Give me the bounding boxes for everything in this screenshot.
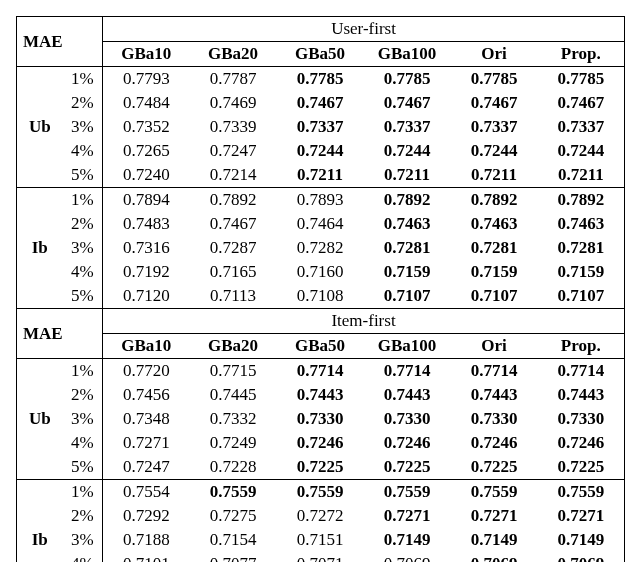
pct-label: 1% — [63, 480, 103, 505]
value-cell: 0.7246 — [538, 431, 625, 455]
value-cell: 0.7467 — [364, 91, 451, 115]
value-cell: 0.7715 — [190, 359, 277, 384]
value-cell: 0.7211 — [451, 163, 538, 188]
value-cell: 0.7463 — [451, 212, 538, 236]
value-cell: 0.7247 — [103, 455, 190, 480]
value-cell: 0.7330 — [364, 407, 451, 431]
col-header-gba50: GBa50 — [277, 42, 364, 67]
col-header-gba10: GBa10 — [103, 42, 190, 67]
value-cell: 0.7464 — [277, 212, 364, 236]
value-cell: 0.7714 — [538, 359, 625, 384]
value-cell: 0.7443 — [538, 383, 625, 407]
value-cell: 0.7714 — [277, 359, 364, 384]
value-cell: 0.7559 — [364, 480, 451, 505]
value-cell: 0.7559 — [538, 480, 625, 505]
mae-table: MAEUser-firstGBa10GBa20GBa50GBa100OriPro… — [16, 16, 625, 562]
value-cell: 0.7246 — [277, 431, 364, 455]
pct-label: 3% — [63, 407, 103, 431]
value-cell: 0.7337 — [451, 115, 538, 139]
value-cell: 0.7559 — [190, 480, 277, 505]
value-cell: 0.7330 — [277, 407, 364, 431]
pct-label: 1% — [63, 188, 103, 213]
pct-label: 2% — [63, 383, 103, 407]
value-cell: 0.7467 — [451, 91, 538, 115]
value-cell: 0.7443 — [364, 383, 451, 407]
value-cell: 0.7467 — [277, 91, 364, 115]
value-cell: 0.7071 — [277, 552, 364, 562]
value-cell: 0.7281 — [364, 236, 451, 260]
value-cell: 0.7785 — [277, 67, 364, 92]
value-cell: 0.7292 — [103, 504, 190, 528]
value-cell: 0.7892 — [538, 188, 625, 213]
value-cell: 0.7069 — [364, 552, 451, 562]
value-cell: 0.7228 — [190, 455, 277, 480]
value-cell: 0.7785 — [364, 67, 451, 92]
value-cell: 0.7069 — [451, 552, 538, 562]
mae-label: MAE — [17, 309, 103, 359]
value-cell: 0.7559 — [451, 480, 538, 505]
value-cell: 0.7225 — [538, 455, 625, 480]
pct-label: 3% — [63, 528, 103, 552]
value-cell: 0.7192 — [103, 260, 190, 284]
value-cell: 0.7244 — [451, 139, 538, 163]
value-cell: 0.7714 — [451, 359, 538, 384]
value-cell: 0.7244 — [538, 139, 625, 163]
value-cell: 0.7077 — [190, 552, 277, 562]
value-cell: 0.7787 — [190, 67, 277, 92]
value-cell: 0.7467 — [538, 91, 625, 115]
value-cell: 0.7211 — [538, 163, 625, 188]
col-header-gba20: GBa20 — [190, 42, 277, 67]
value-cell: 0.7149 — [451, 528, 538, 552]
value-cell: 0.7149 — [538, 528, 625, 552]
pct-label: 3% — [63, 115, 103, 139]
value-cell: 0.7281 — [538, 236, 625, 260]
value-cell: 0.7720 — [103, 359, 190, 384]
value-cell: 0.7892 — [364, 188, 451, 213]
col-header-ori: Ori — [451, 42, 538, 67]
value-cell: 0.7316 — [103, 236, 190, 260]
pct-label: 4% — [63, 139, 103, 163]
value-cell: 0.7225 — [364, 455, 451, 480]
value-cell: 0.7101 — [103, 552, 190, 562]
value-cell: 0.7159 — [538, 260, 625, 284]
row-group-label: Ib — [17, 188, 63, 309]
value-cell: 0.7107 — [538, 284, 625, 309]
value-cell: 0.7282 — [277, 236, 364, 260]
value-cell: 0.7352 — [103, 115, 190, 139]
pct-label: 5% — [63, 163, 103, 188]
col-header-prop: Prop. — [538, 334, 625, 359]
section-header: User-first — [103, 17, 625, 42]
value-cell: 0.7247 — [190, 139, 277, 163]
value-cell: 0.7244 — [364, 139, 451, 163]
pct-label: 2% — [63, 212, 103, 236]
value-cell: 0.7892 — [451, 188, 538, 213]
value-cell: 0.7214 — [190, 163, 277, 188]
value-cell: 0.7275 — [190, 504, 277, 528]
col-header-gba100: GBa100 — [364, 334, 451, 359]
value-cell: 0.7149 — [364, 528, 451, 552]
value-cell: 0.7339 — [190, 115, 277, 139]
pct-label: 5% — [63, 455, 103, 480]
col-header-gba100: GBa100 — [364, 42, 451, 67]
value-cell: 0.7211 — [277, 163, 364, 188]
pct-label: 1% — [63, 67, 103, 92]
col-header-gba50: GBa50 — [277, 334, 364, 359]
value-cell: 0.7271 — [451, 504, 538, 528]
value-cell: 0.7107 — [364, 284, 451, 309]
value-cell: 0.7894 — [103, 188, 190, 213]
pct-label: 4% — [63, 552, 103, 562]
value-cell: 0.7271 — [538, 504, 625, 528]
value-cell: 0.7892 — [190, 188, 277, 213]
value-cell: 0.7265 — [103, 139, 190, 163]
value-cell: 0.7332 — [190, 407, 277, 431]
value-cell: 0.7330 — [451, 407, 538, 431]
value-cell: 0.7463 — [538, 212, 625, 236]
pct-label: 3% — [63, 236, 103, 260]
value-cell: 0.7240 — [103, 163, 190, 188]
value-cell: 0.7467 — [190, 212, 277, 236]
row-group-label: Ib — [17, 480, 63, 563]
pct-label: 2% — [63, 91, 103, 115]
value-cell: 0.7151 — [277, 528, 364, 552]
pct-label: 4% — [63, 431, 103, 455]
value-cell: 0.7469 — [190, 91, 277, 115]
